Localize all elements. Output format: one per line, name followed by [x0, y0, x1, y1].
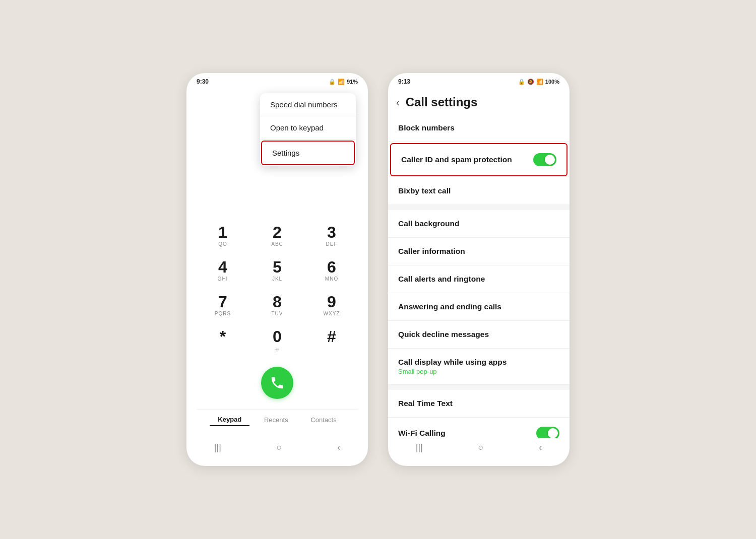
dropdown-speed-dial[interactable]: Speed dial numbers	[260, 93, 356, 116]
left-nav-back[interactable]: ‹	[337, 442, 340, 453]
settings-rtt[interactable]: Real Time Text	[388, 390, 570, 418]
left-nav-home[interactable]: ○	[277, 442, 282, 453]
key-6[interactable]: 6 MNO	[305, 254, 358, 287]
settings-content: ‹ Call settings Block numbers Caller ID …	[388, 88, 570, 459]
left-sys-nav: ||| ○ ‹	[186, 438, 368, 459]
key-hash[interactable]: #	[305, 323, 358, 359]
settings-call-background[interactable]: Call background	[388, 210, 570, 238]
key-8[interactable]: 8 TUV	[251, 289, 303, 321]
divider-1	[388, 205, 570, 210]
call-button[interactable]	[261, 367, 293, 399]
left-status-right: 🔒 📶 91%	[329, 79, 358, 85]
key-9[interactable]: 9 WXYZ	[305, 289, 358, 321]
dropdown-menu: Speed dial numbers Open to keypad Settin…	[260, 93, 356, 166]
dropdown-open-keypad[interactable]: Open to keypad	[260, 116, 356, 140]
back-button[interactable]: ‹	[396, 97, 400, 108]
right-status-bar: 9:13 🔒 🔕 📶 100%	[388, 73, 570, 88]
right-wifi-icon: 📶	[536, 79, 543, 85]
right-nav-home[interactable]: ○	[478, 442, 484, 453]
key-star[interactable]: *	[197, 323, 249, 359]
settings-call-display[interactable]: Call display while using apps Small pop-…	[388, 349, 570, 385]
key-7[interactable]: 7 PQRS	[197, 289, 249, 321]
tab-keypad[interactable]: Keypad	[210, 414, 249, 426]
left-phone: 9:30 🔒 📶 91% Speed dial numbers Open to …	[186, 73, 368, 466]
left-nav-recent[interactable]: |||	[214, 442, 221, 453]
settings-quick-decline[interactable]: Quick decline messages	[388, 321, 570, 349]
key-1[interactable]: 1 QO	[197, 219, 249, 252]
settings-call-alerts[interactable]: Call alerts and ringtone	[388, 265, 570, 293]
key-3[interactable]: 3 DEF	[305, 219, 358, 252]
wifi-icon: 📶	[338, 79, 345, 85]
right-lock-icon: 🔒	[518, 79, 525, 85]
key-5[interactable]: 5 JKL	[251, 254, 303, 287]
battery-text: 91%	[347, 79, 358, 85]
settings-bixby[interactable]: Bixby text call	[388, 177, 570, 205]
phone-icon	[270, 375, 285, 390]
wifi-calling-toggle[interactable]	[536, 427, 559, 438]
right-phone: 9:13 🔒 🔕 📶 100% ‹ Call settings Block nu…	[388, 73, 570, 466]
settings-block-numbers[interactable]: Block numbers	[388, 114, 570, 142]
caller-id-toggle[interactable]	[533, 153, 556, 166]
right-mute-icon: 🔕	[527, 79, 534, 85]
key-0[interactable]: 0 +	[251, 323, 303, 359]
divider-2	[388, 385, 570, 390]
right-nav-back[interactable]: ‹	[539, 442, 542, 453]
right-time: 9:13	[398, 78, 410, 85]
right-nav-recent[interactable]: |||	[416, 442, 423, 453]
settings-header: ‹ Call settings	[388, 88, 570, 114]
call-button-row	[197, 367, 358, 399]
left-time: 9:30	[197, 78, 209, 85]
settings-answering[interactable]: Answering and ending calls	[388, 293, 570, 321]
tab-contacts[interactable]: Contacts	[302, 414, 344, 426]
bottom-nav: Keypad Recents Contacts	[197, 409, 358, 433]
dialer-content: Speed dial numbers Open to keypad Settin…	[186, 88, 368, 459]
settings-caller-info[interactable]: Caller information	[388, 238, 570, 265]
tab-recents[interactable]: Recents	[256, 414, 296, 426]
key-4[interactable]: 4 GHI	[197, 254, 249, 287]
right-status-right: 🔒 🔕 📶 100%	[518, 79, 559, 85]
right-sys-nav: ||| ○ ‹	[388, 438, 570, 459]
left-status-bar: 9:30 🔒 📶 91%	[186, 73, 368, 88]
settings-title: Call settings	[406, 95, 478, 109]
dropdown-settings[interactable]: Settings	[261, 141, 355, 165]
settings-caller-id[interactable]: Caller ID and spam protection	[390, 143, 568, 176]
settings-list: Block numbers Caller ID and spam protect…	[388, 114, 570, 438]
keypad-grid: 1 QO 2 ABC 3 DEF 4 GHI	[197, 219, 358, 359]
phones-container: 9:30 🔒 📶 91% Speed dial numbers Open to …	[186, 73, 570, 466]
lock-icon: 🔒	[329, 79, 336, 85]
key-2[interactable]: 2 ABC	[251, 219, 303, 252]
right-battery: 100%	[545, 79, 559, 85]
settings-wifi-calling[interactable]: Wi-Fi Calling	[388, 418, 570, 438]
